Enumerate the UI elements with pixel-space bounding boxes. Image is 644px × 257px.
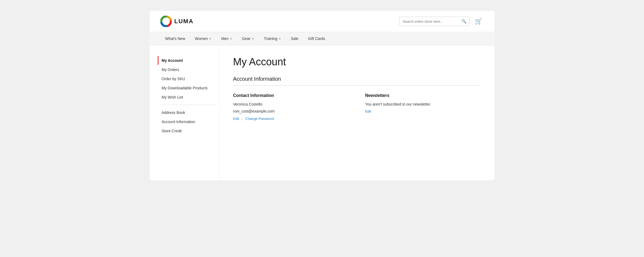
newsletters-link-row: Edit (365, 109, 481, 113)
nav-label-whats-new: What's New (165, 36, 185, 41)
cart-button[interactable]: 🛒 (473, 17, 484, 26)
sidebar-item-downloadable-products[interactable]: My Downloadable Products (158, 84, 219, 92)
sidebar-item-address-book[interactable]: Address Book (158, 108, 219, 117)
contact-info-title: Contact Information (233, 93, 349, 98)
nav-bar: What's New Women ▼ Men ▼ Gear ▼ Training… (150, 32, 495, 45)
nav-item-men[interactable]: Men ▼ (216, 32, 237, 45)
nav-label-gift-cards: Gift Cards (308, 36, 325, 41)
nav-item-gear[interactable]: Gear ▼ (237, 32, 259, 45)
nav-item-women[interactable]: Women ▼ (190, 32, 216, 45)
sidebar-item-my-orders[interactable]: My Orders (158, 65, 219, 74)
change-password-link[interactable]: Change Password (245, 117, 274, 121)
contact-email: roni_cost@example.com (233, 108, 349, 114)
newsletters-title: Newsletters (365, 93, 481, 98)
cart-icon: 🛒 (475, 18, 482, 25)
page-wrapper: LUMA 🔍 🛒 What's New Women ▼ Men ▼ (150, 11, 495, 180)
nav-label-men: Men (221, 36, 229, 41)
header-right: 🔍 🛒 (399, 17, 484, 26)
link-separator: | (242, 117, 243, 121)
chevron-down-icon: ▼ (230, 37, 232, 40)
nav-label-gear: Gear (242, 36, 250, 41)
main-content: My Account Account Information Contact I… (220, 45, 495, 180)
sidebar-item-my-account[interactable]: My Account (158, 56, 219, 65)
sidebar-item-account-information[interactable]: Account Information (158, 117, 219, 126)
section-divider (233, 85, 481, 86)
nav-item-gift-cards[interactable]: Gift Cards (303, 32, 330, 45)
search-icon: 🔍 (462, 19, 467, 23)
section-title: Account Information (233, 76, 481, 82)
main-card: My Account My Orders Order by SKU My Dow… (150, 45, 495, 180)
luma-logo-icon (160, 16, 172, 27)
chevron-down-icon: ▼ (278, 37, 281, 40)
header: LUMA 🔍 🛒 (150, 11, 495, 32)
newsletters-edit-link[interactable]: Edit (365, 109, 371, 113)
sidebar-item-order-by-sku[interactable]: Order by SKU (158, 75, 219, 83)
sidebar-divider (161, 105, 216, 105)
search-bar: 🔍 (399, 17, 470, 26)
search-button[interactable]: 🔍 (459, 17, 469, 26)
logo-area: LUMA (160, 16, 194, 27)
newsletters-col: Newsletters You aren't subscribed to our… (365, 93, 481, 121)
nav-label-women: Women (195, 36, 208, 41)
contact-name: Veronica Costello (233, 101, 349, 107)
sidebar: My Account My Orders Order by SKU My Dow… (150, 45, 220, 180)
sidebar-item-wish-list[interactable]: My Wish List (158, 93, 219, 102)
logo-text: LUMA (174, 18, 194, 25)
nav-label-sale: Sale (291, 36, 298, 41)
nav-item-whats-new[interactable]: What's New (160, 32, 190, 45)
contact-link-row: Edit | Change Password (233, 117, 349, 121)
chevron-down-icon: ▼ (209, 37, 212, 40)
newsletters-status: You aren't subscribed to our newsletter. (365, 101, 481, 107)
contact-edit-link[interactable]: Edit (233, 117, 239, 121)
page-title: My Account (233, 56, 481, 68)
sidebar-item-store-credit[interactable]: Store Credit (158, 127, 219, 135)
chevron-down-icon: ▼ (252, 37, 254, 40)
contact-info-col: Contact Information Veronica Costello ro… (233, 93, 349, 121)
search-input[interactable] (400, 18, 459, 25)
nav-item-training[interactable]: Training ▼ (259, 32, 286, 45)
info-grid: Contact Information Veronica Costello ro… (233, 93, 481, 121)
nav-item-sale[interactable]: Sale (286, 32, 303, 45)
nav-label-training: Training (264, 36, 277, 41)
